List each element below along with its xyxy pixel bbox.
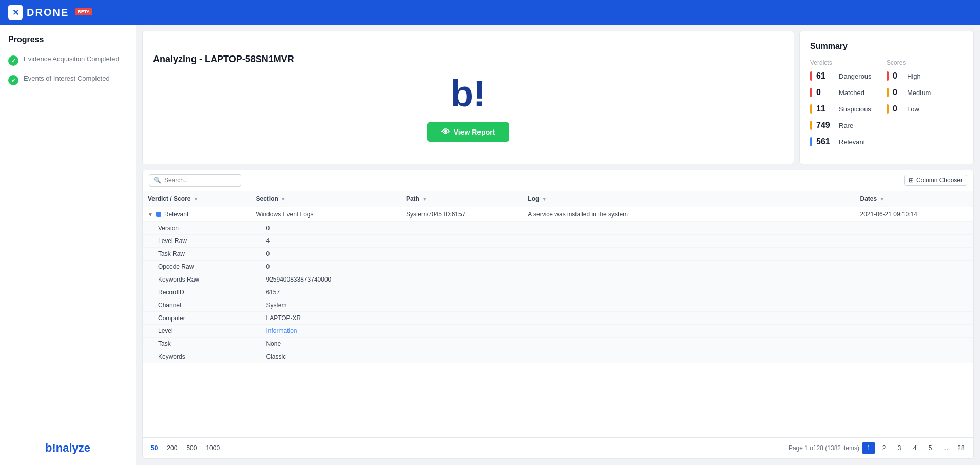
scores-header: Scores bbox=[887, 59, 963, 66]
verdict-count-dangerous: 61 bbox=[816, 71, 835, 81]
detail-value-version: 0 bbox=[251, 222, 400, 235]
filter-icon-path[interactable]: ▼ bbox=[422, 196, 427, 202]
detail-label-channel: Channel bbox=[143, 299, 251, 312]
summary-title: Summary bbox=[810, 42, 963, 51]
th-path: Path ▼ bbox=[401, 191, 523, 207]
data-table: Verdict / Score ▼ Section ▼ bbox=[143, 191, 973, 363]
detail-row-level: Level Information bbox=[143, 325, 973, 338]
detail-label-task: Task bbox=[143, 338, 251, 350]
detail-row-opcoderaw: Opcode Raw 0 bbox=[143, 261, 973, 273]
summary-panel: Summary Verdicts 61 Dangerous 0 bbox=[799, 31, 974, 164]
detail-row-keywords: Keywords Classic bbox=[143, 350, 973, 363]
scores-col: Scores 0 High 0 Medium bbox=[887, 59, 963, 154]
sidebar-title: Progress bbox=[8, 35, 127, 44]
score-label-high: High bbox=[907, 72, 921, 80]
page-3[interactable]: 3 bbox=[893, 442, 906, 454]
filter-icon-verdict[interactable]: ▼ bbox=[193, 196, 198, 202]
verdict-count-matched: 0 bbox=[816, 88, 835, 97]
detail-row-version: Version 0 bbox=[143, 222, 973, 235]
summary-grid: Verdicts 61 Dangerous 0 Matched bbox=[810, 59, 963, 154]
page-size-200[interactable]: 200 bbox=[165, 443, 179, 453]
page-size-50[interactable]: 50 bbox=[149, 443, 160, 453]
sidebar: Progress Evidence Acquisition Completed … bbox=[0, 25, 136, 465]
content-area: Analyzing - LAPTOP-58SN1MVR b! 👁 View Re… bbox=[136, 25, 980, 465]
detail-label-recordid: RecordID bbox=[143, 286, 251, 299]
cell-path: System/7045 ID:6157 bbox=[401, 207, 523, 222]
detail-value-channel: System bbox=[251, 299, 400, 312]
detail-value-recordid: 6157 bbox=[251, 286, 400, 299]
page-1[interactable]: 1 bbox=[862, 442, 875, 454]
cell-verdict: ▼ Relevant bbox=[143, 207, 251, 222]
page-4[interactable]: 4 bbox=[909, 442, 921, 454]
detail-row-taskraw: Task Raw 0 bbox=[143, 248, 973, 261]
detail-label-computer: Computer bbox=[143, 312, 251, 325]
verdict-dot bbox=[156, 212, 161, 217]
search-input[interactable] bbox=[164, 177, 237, 184]
progress-label-evidence: Evidence Acquisition Completed bbox=[24, 54, 119, 64]
score-bar-high bbox=[887, 71, 889, 81]
toolbar-right: ⊞ Column Chooser bbox=[904, 175, 967, 186]
filter-icon-section[interactable]: ▼ bbox=[281, 196, 286, 202]
collapse-arrow[interactable]: ▼ bbox=[148, 212, 153, 217]
th-verdict: Verdict / Score ▼ bbox=[143, 191, 251, 207]
binalyze-logo: b!nalyze bbox=[8, 441, 127, 455]
table-row[interactable]: ▼ Relevant Windows Event Logs System/704… bbox=[143, 207, 973, 222]
beta-badge: BETA bbox=[75, 8, 92, 15]
page-2[interactable]: 2 bbox=[878, 442, 890, 454]
page-info: Page 1 of 28 (1382 items) bbox=[789, 444, 859, 452]
page-ellipsis: ... bbox=[939, 442, 952, 454]
detail-value-task: None bbox=[251, 338, 400, 350]
top-row: Analyzing - LAPTOP-58SN1MVR b! 👁 View Re… bbox=[142, 31, 974, 164]
verdict-suspicious: 11 Suspicious bbox=[810, 104, 887, 114]
search-icon: 🔍 bbox=[153, 177, 161, 184]
logo-text: DRONE bbox=[27, 7, 69, 18]
verdict-label-suspicious: Suspicious bbox=[839, 105, 871, 113]
binalyze-big-logo: b! bbox=[451, 75, 486, 112]
th-log: Log ▼ bbox=[523, 191, 855, 207]
verdict-bar-matched bbox=[810, 88, 812, 97]
logo-area: ✕ DRONE BETA bbox=[8, 5, 92, 20]
cell-section: Windows Event Logs bbox=[251, 207, 400, 222]
progress-label-events: Events of Interest Completed bbox=[24, 74, 110, 83]
detail-label-levelraw: Level Raw bbox=[143, 235, 251, 248]
verdict-matched: 0 Matched bbox=[810, 88, 887, 97]
detail-row-keywordsraw: Keywords Raw 9259400833873740000 bbox=[143, 273, 973, 286]
filter-icon-log[interactable]: ▼ bbox=[542, 196, 547, 202]
th-dates: Dates ▼ bbox=[855, 191, 973, 207]
detail-value-levelraw: 4 bbox=[251, 235, 400, 248]
score-medium: 0 Medium bbox=[887, 88, 963, 97]
page-size-1000[interactable]: 1000 bbox=[204, 443, 222, 453]
search-box[interactable]: 🔍 bbox=[149, 174, 241, 187]
analyzing-panel: Analyzing - LAPTOP-58SN1MVR b! 👁 View Re… bbox=[142, 31, 794, 164]
detail-value-opcoderaw: 0 bbox=[251, 261, 400, 273]
detail-label-keywordsraw: Keywords Raw bbox=[143, 273, 251, 286]
cell-date: 2021-06-21 09:10:14 bbox=[855, 207, 973, 222]
score-bar-medium bbox=[887, 88, 889, 97]
detail-row-levelraw: Level Raw 4 bbox=[143, 235, 973, 248]
page-size-500[interactable]: 500 bbox=[184, 443, 199, 453]
verdict-label-dangerous: Dangerous bbox=[839, 72, 872, 80]
eye-icon: 👁 bbox=[441, 127, 450, 137]
filter-icon-dates[interactable]: ▼ bbox=[879, 196, 885, 202]
column-chooser-button[interactable]: ⊞ Column Chooser bbox=[904, 175, 967, 186]
view-report-button[interactable]: 👁 View Report bbox=[427, 122, 510, 142]
verdict-text: Relevant bbox=[164, 211, 188, 218]
page-28[interactable]: 28 bbox=[955, 442, 967, 454]
detail-label-level: Level bbox=[143, 325, 251, 338]
detail-label-taskraw: Task Raw bbox=[143, 248, 251, 261]
detail-row-channel: Channel System bbox=[143, 299, 973, 312]
page-5[interactable]: 5 bbox=[924, 442, 936, 454]
table-wrapper[interactable]: Verdict / Score ▼ Section ▼ bbox=[143, 191, 973, 437]
analyzing-title: Analyzing - LAPTOP-58SN1MVR bbox=[153, 54, 294, 65]
progress-item-evidence: Evidence Acquisition Completed bbox=[8, 54, 127, 66]
cell-log: A service was installed in the system bbox=[523, 207, 855, 222]
detail-row-task: Task None bbox=[143, 338, 973, 350]
verdict-rare: 749 Rare bbox=[810, 121, 887, 130]
main-layout: Progress Evidence Acquisition Completed … bbox=[0, 25, 980, 465]
detail-label-keywords: Keywords bbox=[143, 350, 251, 363]
verdict-count-relevant: 561 bbox=[816, 137, 835, 146]
detail-row-recordid: RecordID 6157 bbox=[143, 286, 973, 299]
detail-value-keywords: Classic bbox=[251, 350, 400, 363]
score-count-low: 0 bbox=[893, 104, 903, 114]
check-icon-evidence bbox=[8, 55, 18, 66]
